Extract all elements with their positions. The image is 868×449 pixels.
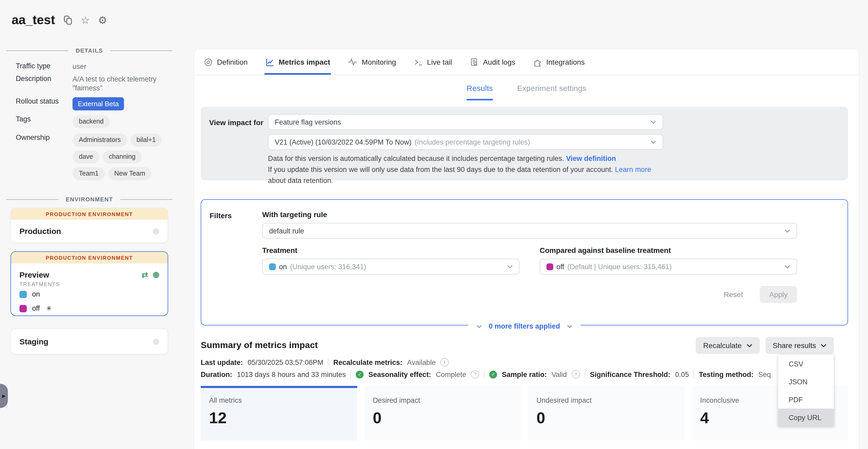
baseline-label: Compared against baseline treatment <box>539 246 797 255</box>
view-definition-link[interactable]: View definition <box>566 155 616 162</box>
menu-item-json[interactable]: JSON <box>778 373 834 391</box>
chevron-down-icon <box>746 343 752 347</box>
metric-card-all-metrics[interactable]: All metrics 12 <box>201 386 357 441</box>
status-dot-gray <box>153 338 159 345</box>
baseline-dropdown[interactable]: off (Default | Unique users: 315,461) <box>539 259 797 274</box>
tag-pill[interactable]: backend <box>72 115 110 128</box>
treatment-label: Treatment <box>262 246 520 255</box>
rollout-status-badge: External Beta <box>72 97 124 111</box>
treatment-dropdown[interactable]: on (Unique users: 316,341) <box>262 259 520 274</box>
copy-icon[interactable] <box>63 15 72 25</box>
pulse-icon <box>348 58 358 66</box>
tab-audit-logs[interactable]: Audit logs <box>469 50 517 74</box>
duration-label: Duration: <box>201 370 232 378</box>
baseline-value: off <box>556 263 564 270</box>
metric-card-undesired-impact[interactable]: Undesired impact 0 <box>528 386 684 441</box>
owner-pill[interactable]: Administrators <box>72 133 127 147</box>
owner-pill[interactable]: channing <box>102 150 142 163</box>
owner-pill[interactable]: Team1 <box>72 167 105 180</box>
last-update-label: Last update: <box>201 358 243 366</box>
rollout-status-label: Rollout status <box>16 97 72 111</box>
more-filters-toggle[interactable]: 0 more filters applied <box>468 322 581 330</box>
summary-title: Summary of metrics impact <box>201 340 318 351</box>
tab-live-tail[interactable]: Live tail <box>413 50 453 74</box>
ownership-label: Ownership <box>16 133 72 180</box>
apply-button[interactable]: Apply <box>760 286 797 303</box>
summary-info-row-1: Last update: 05/30/2025 03:57:06PM Recal… <box>201 358 848 366</box>
info-icon[interactable]: i <box>440 358 449 366</box>
tags-row: Tags backend <box>0 115 179 128</box>
seasonality-value: Complete <box>436 370 466 378</box>
star-icon[interactable]: ☆ <box>81 15 90 25</box>
treatments-heading: TREATMENTS <box>20 281 159 287</box>
details-heading: DETAILS <box>6 47 172 54</box>
share-results-menu: CSV JSON PDF Copy URL <box>778 355 834 426</box>
sidebar-expand-handle[interactable]: ▶ <box>0 384 8 408</box>
targeting-rule-dropdown[interactable]: default rule <box>262 223 797 239</box>
status-dot-gray <box>153 228 159 234</box>
traffic-type-row: Traffic type user <box>0 62 179 71</box>
production-environment-banner: PRODUCTION ENVIRONMENT <box>11 252 167 263</box>
owner-pill[interactable]: New Team <box>108 167 152 180</box>
subtab-results[interactable]: Results <box>467 84 493 100</box>
version-dropdown[interactable]: V21 (Active) (10/03/2022 04:59PM To Now)… <box>268 134 663 150</box>
learn-more-link[interactable]: Learn more <box>615 166 651 174</box>
treatment-row-off: off ✳ <box>11 301 167 316</box>
treatment-on-swatch <box>269 263 276 270</box>
check-circle-icon: ✓ <box>489 370 497 378</box>
environment-card-staging[interactable]: Staging <box>10 329 168 354</box>
tab-definition[interactable]: Definition <box>203 50 249 74</box>
subtab-experiment-settings[interactable]: Experiment settings <box>517 84 586 100</box>
tags-label: Tags <box>16 115 72 128</box>
menu-item-csv[interactable]: CSV <box>778 355 834 373</box>
environment-card-production[interactable]: PRODUCTION ENVIRONMENT Production <box>10 208 168 243</box>
divider <box>350 370 351 379</box>
check-circle-icon: ✓ <box>356 370 364 378</box>
chevron-down-icon <box>567 325 572 328</box>
tab-monitoring[interactable]: Monitoring <box>347 50 397 74</box>
environment-name: Preview <box>20 270 49 279</box>
divider <box>585 370 585 379</box>
treatment-value: on <box>279 263 287 270</box>
version-type-dropdown[interactable]: Feature flag versions <box>268 114 663 130</box>
divider <box>484 370 485 379</box>
sample-ratio-value: Valid <box>552 370 567 378</box>
description-label: Description <box>16 74 72 93</box>
sample-ratio-label: Sample ratio: <box>502 370 547 378</box>
environment-card-preview[interactable]: PRODUCTION ENVIRONMENT Preview ⇄ TREATME… <box>10 251 168 316</box>
expand-arrow-icon: ▶ <box>2 393 6 398</box>
baseline-note: (Default | Unique users: 315,461) <box>567 263 672 270</box>
puzzle-icon <box>533 58 542 66</box>
owner-pill[interactable]: bilal+1 <box>130 133 162 147</box>
help-icon[interactable]: ? <box>471 370 479 379</box>
menu-item-pdf[interactable]: PDF <box>778 391 834 409</box>
testing-method-value: Seq <box>758 370 771 378</box>
tab-metrics-impact[interactable]: Metrics impact <box>265 50 331 74</box>
production-environment-banner: PRODUCTION ENVIRONMENT <box>11 208 167 220</box>
traffic-type-label: Traffic type <box>16 62 72 71</box>
menu-item-copy-url[interactable]: Copy URL <box>778 409 834 426</box>
metric-card-desired-impact[interactable]: Desired impact 0 <box>364 386 521 441</box>
chevron-down-icon <box>507 265 513 268</box>
treatment-off-swatch <box>20 305 27 312</box>
testing-method-label: Testing method: <box>699 370 753 378</box>
tab-integrations[interactable]: Integrations <box>532 50 586 74</box>
recalculate-metrics-value: Available <box>407 358 436 366</box>
treatment-name: off <box>32 304 40 312</box>
reset-button[interactable]: Reset <box>721 290 746 299</box>
status-dot-green <box>153 272 159 278</box>
treatment-on-swatch <box>20 291 27 298</box>
chevron-down-icon <box>821 343 827 347</box>
version-info-line2: If you update this version we will only … <box>268 164 663 186</box>
chevron-down-icon <box>476 325 482 328</box>
chart-line-icon <box>266 58 275 66</box>
share-results-button[interactable]: Share results <box>765 337 834 354</box>
recalculate-button[interactable]: Recalculate <box>696 337 760 354</box>
swap-arrows-icon: ⇄ <box>142 271 148 279</box>
help-icon[interactable]: ? <box>572 370 580 379</box>
target-icon <box>204 58 213 66</box>
gear-icon[interactable]: ⚙ <box>98 15 107 25</box>
owner-pill[interactable]: dave <box>72 150 99 163</box>
details-rows: Traffic type user Description A/A test t… <box>0 62 179 180</box>
seasonality-label: Seasonality effect: <box>368 370 431 378</box>
